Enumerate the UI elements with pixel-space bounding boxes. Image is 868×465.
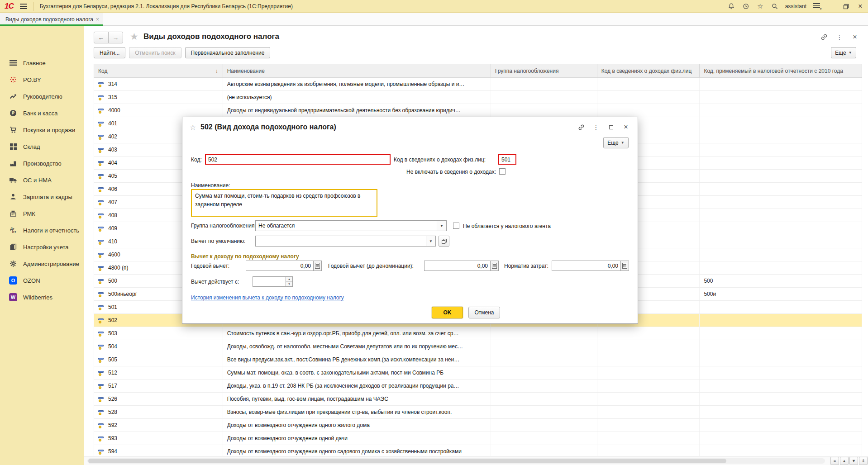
find-button[interactable]: Найти... xyxy=(94,47,125,58)
notifications-bell-icon[interactable] xyxy=(727,2,735,10)
column-header-code-fl[interactable]: Код в сведениях о доходах физ.лиц xyxy=(597,64,700,77)
calculator-icon[interactable] xyxy=(491,261,499,271)
table-row[interactable]: 314Авторские вознаграждения за изобретен… xyxy=(94,78,862,91)
name-textarea[interactable]: Сумма мат помощи, стоим-ть подарков из с… xyxy=(191,189,377,217)
table-row[interactable]: 503Стоимость путевок в сан.-кур.и оздор.… xyxy=(94,327,862,340)
tab-income-types[interactable]: Виды доходов подоходного налога × xyxy=(0,13,103,26)
scroll-down-button[interactable]: ▼ xyxy=(849,457,858,465)
cost-norm-input[interactable]: 0,00 xyxy=(552,261,621,271)
dialog-more-button[interactable]: Еще▼ xyxy=(603,137,629,148)
table-row[interactable]: 315(не используется) xyxy=(94,91,862,104)
row-cell xyxy=(700,222,862,235)
search-icon[interactable] xyxy=(771,2,779,10)
sidebar-item-bank[interactable]: ₽ Банк и касса xyxy=(0,106,84,120)
row-cell: (не используется) xyxy=(223,91,491,104)
history-icon[interactable] xyxy=(742,2,750,10)
sidebar-item-taxes[interactable]: Дт Кт Налоги и отчетность xyxy=(0,223,84,237)
sidebar-item-warehouse[interactable]: Склад xyxy=(0,140,84,153)
sidebar-item-production[interactable]: Производство xyxy=(0,157,84,170)
open-reference-button[interactable] xyxy=(439,236,449,247)
scroll-up-button[interactable]: ▲ xyxy=(840,457,849,465)
date-spinner[interactable]: ▲▼ xyxy=(286,276,293,287)
sidebar-item-wildberries[interactable]: W Wildberries xyxy=(0,290,84,304)
main-menu-icon[interactable] xyxy=(20,2,33,11)
annual-denom-input[interactable]: 0,00 xyxy=(424,261,491,271)
dialog-favorite-star-icon[interactable]: ☆ xyxy=(190,123,196,132)
dialog-maximize-icon[interactable] xyxy=(607,123,615,131)
table-row[interactable]: 504Доходы, освобожд. от налогообл. местн… xyxy=(94,340,862,353)
row-cell xyxy=(491,406,597,418)
table-row[interactable]: 517Доходы, указ. в п.19 ст. 208 НК РБ (з… xyxy=(94,380,862,393)
column-header-name[interactable]: Наименование xyxy=(223,64,491,77)
history-link[interactable]: История изменения вычета к доходу по под… xyxy=(191,294,344,301)
favorites-star-icon[interactable]: ☆ xyxy=(756,2,764,10)
sidebar-item-ozon[interactable]: O OZON xyxy=(0,274,84,287)
restore-icon[interactable] xyxy=(842,2,850,10)
table-row[interactable]: 594Доходы от возмездного отчуждения одно… xyxy=(94,445,862,456)
active-from-input[interactable] xyxy=(253,276,286,287)
sidebar-item-main[interactable]: Главное xyxy=(0,56,84,70)
minimize-icon[interactable]: – xyxy=(827,2,835,10)
row-cell xyxy=(597,445,700,456)
dialog-more-menu-icon[interactable]: ⋮ xyxy=(592,123,600,131)
column-header-tax-group[interactable]: Группа налогообложения xyxy=(491,64,597,77)
calculator-icon[interactable] xyxy=(314,261,322,271)
row-cell xyxy=(700,327,862,340)
more-menu-icon[interactable]: ⋮ xyxy=(835,33,844,41)
list-menu-button[interactable]: ≡ xyxy=(830,457,839,465)
scroll-both-button[interactable]: ⇕ xyxy=(859,457,868,465)
table-row[interactable]: 526Пособия, путевки, выд. гос-вом лицам,… xyxy=(94,393,862,406)
column-header-code[interactable]: Код↓ xyxy=(94,64,223,77)
list-more-button[interactable]: Еще▼ xyxy=(831,47,856,58)
tax-group-select[interactable]: Не облагается ▼ xyxy=(255,220,447,231)
favorite-star-icon[interactable]: ★ xyxy=(130,31,138,42)
sidebar-item-payroll[interactable]: Зарплата и кадры xyxy=(0,190,84,204)
initial-fill-button[interactable]: Первоначальное заполнение xyxy=(185,47,271,58)
code-input[interactable]: 502 xyxy=(205,154,391,165)
sidebar-item-accounting-settings[interactable]: Настройки учета xyxy=(0,240,84,254)
calculator-icon[interactable] xyxy=(621,261,629,271)
annual-deduction-input[interactable]: 0,00 xyxy=(246,261,314,271)
row-cell xyxy=(700,196,862,209)
default-deduction-select[interactable]: ▼ xyxy=(255,236,436,247)
table-row[interactable]: 505Все виды предусм.зак.акт., пост.Совми… xyxy=(94,353,862,366)
spinner-down-icon[interactable]: ▼ xyxy=(286,282,292,286)
column-header-code-2010[interactable]: Код, применяемый в налоговой отчетности … xyxy=(700,64,862,77)
row-cell xyxy=(491,366,597,379)
sidebar-item-purchases[interactable]: Покупки и продажи xyxy=(0,123,84,137)
table-row[interactable]: 592Доходы от возмездного отчуждения одно… xyxy=(94,419,862,432)
table-row[interactable]: 4000Доходы от индивидуальной предпринима… xyxy=(94,104,862,117)
dialog-close-icon[interactable]: × xyxy=(622,123,630,131)
cancel-search-button[interactable]: Отменить поиск xyxy=(129,47,181,58)
exclude-checkbox[interactable] xyxy=(499,168,506,175)
back-button[interactable]: ← xyxy=(94,32,109,43)
catalog-item-icon xyxy=(98,396,105,402)
close-window-icon[interactable]: × xyxy=(856,2,864,10)
dialog-link-icon[interactable] xyxy=(577,123,585,131)
sidebar-item-poby[interactable]: PO.BY xyxy=(0,73,84,86)
sidebar-item-administration[interactable]: Администрирование xyxy=(0,257,84,270)
close-form-icon[interactable]: × xyxy=(851,33,859,41)
get-link-icon[interactable] xyxy=(820,33,828,41)
agent-checkbox[interactable] xyxy=(453,223,459,229)
table-row[interactable]: 512Суммы мат. помощи, оказ. в соотв. с з… xyxy=(94,366,862,380)
spinner-up-icon[interactable]: ▲ xyxy=(286,277,292,282)
row-code-cell: 315 xyxy=(94,91,223,104)
dropdown-arrow-icon[interactable]: ▼ xyxy=(426,236,435,246)
table-row[interactable]: 593Доходы от возмездного отчуждения одно… xyxy=(94,432,862,445)
sidebar-item-manager[interactable]: Руководителю xyxy=(0,90,84,103)
forward-button[interactable]: → xyxy=(108,32,123,43)
sidebar-item-fixed-assets[interactable]: ОС и НМА xyxy=(0,173,84,187)
current-user[interactable]: assistant xyxy=(785,3,806,9)
code-fl-input[interactable]: 501 xyxy=(498,154,516,165)
scrollbar-thumb[interactable] xyxy=(88,459,726,463)
tab-close-icon[interactable]: × xyxy=(96,16,99,23)
sidebar-item-rmk[interactable]: РМК xyxy=(0,207,84,220)
cancel-button[interactable]: Отмена xyxy=(468,307,500,318)
dropdown-arrow-icon[interactable]: ▼ xyxy=(437,221,446,231)
horizontal-scrollbar[interactable] xyxy=(87,458,825,464)
catalog-item-icon xyxy=(98,173,105,179)
service-menu-icon[interactable]: ▾ xyxy=(813,2,821,10)
table-row[interactable]: 528Взносы, возвр-мые физ.лицам при прекр… xyxy=(94,406,862,419)
ok-button[interactable]: OK xyxy=(432,307,463,318)
